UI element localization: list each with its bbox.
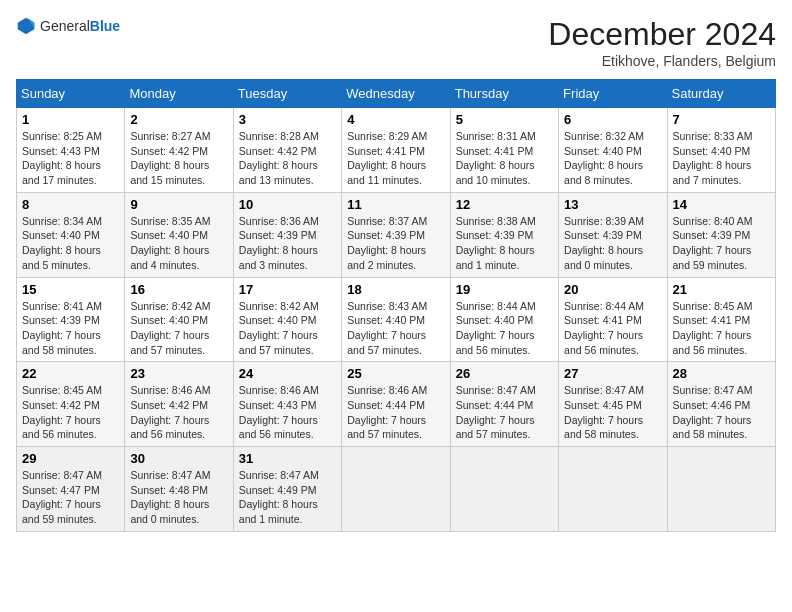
day-detail: Sunrise: 8:45 AMSunset: 4:42 PMDaylight:…	[22, 383, 119, 442]
table-row: 1Sunrise: 8:25 AMSunset: 4:43 PMDaylight…	[17, 108, 125, 193]
day-number: 24	[239, 366, 336, 381]
day-number: 1	[22, 112, 119, 127]
day-number: 20	[564, 282, 661, 297]
day-detail: Sunrise: 8:47 AMSunset: 4:49 PMDaylight:…	[239, 468, 336, 527]
day-detail: Sunrise: 8:42 AMSunset: 4:40 PMDaylight:…	[130, 299, 227, 358]
table-row: 27Sunrise: 8:47 AMSunset: 4:45 PMDayligh…	[559, 362, 667, 447]
table-row: 22Sunrise: 8:45 AMSunset: 4:42 PMDayligh…	[17, 362, 125, 447]
table-row: 21Sunrise: 8:45 AMSunset: 4:41 PMDayligh…	[667, 277, 775, 362]
calendar-table: Sunday Monday Tuesday Wednesday Thursday…	[16, 79, 776, 532]
day-number: 8	[22, 197, 119, 212]
day-number: 11	[347, 197, 444, 212]
table-row: 19Sunrise: 8:44 AMSunset: 4:40 PMDayligh…	[450, 277, 558, 362]
day-detail: Sunrise: 8:47 AMSunset: 4:47 PMDaylight:…	[22, 468, 119, 527]
day-number: 29	[22, 451, 119, 466]
day-number: 9	[130, 197, 227, 212]
col-thursday: Thursday	[450, 80, 558, 108]
day-detail: Sunrise: 8:40 AMSunset: 4:39 PMDaylight:…	[673, 214, 770, 273]
day-detail: Sunrise: 8:47 AMSunset: 4:46 PMDaylight:…	[673, 383, 770, 442]
day-number: 31	[239, 451, 336, 466]
table-row: 4Sunrise: 8:29 AMSunset: 4:41 PMDaylight…	[342, 108, 450, 193]
col-friday: Friday	[559, 80, 667, 108]
day-number: 3	[239, 112, 336, 127]
day-detail: Sunrise: 8:44 AMSunset: 4:41 PMDaylight:…	[564, 299, 661, 358]
svg-marker-0	[18, 18, 35, 35]
day-detail: Sunrise: 8:47 AMSunset: 4:45 PMDaylight:…	[564, 383, 661, 442]
day-number: 23	[130, 366, 227, 381]
day-detail: Sunrise: 8:41 AMSunset: 4:39 PMDaylight:…	[22, 299, 119, 358]
header: GeneralBlue December 2024 Etikhove, Flan…	[16, 16, 776, 69]
logo-general: GeneralBlue	[40, 17, 120, 35]
table-row: 18Sunrise: 8:43 AMSunset: 4:40 PMDayligh…	[342, 277, 450, 362]
day-number: 27	[564, 366, 661, 381]
day-number: 12	[456, 197, 553, 212]
day-detail: Sunrise: 8:46 AMSunset: 4:43 PMDaylight:…	[239, 383, 336, 442]
table-row: 29Sunrise: 8:47 AMSunset: 4:47 PMDayligh…	[17, 447, 125, 532]
calendar-row: 29Sunrise: 8:47 AMSunset: 4:47 PMDayligh…	[17, 447, 776, 532]
day-detail: Sunrise: 8:44 AMSunset: 4:40 PMDaylight:…	[456, 299, 553, 358]
day-detail: Sunrise: 8:37 AMSunset: 4:39 PMDaylight:…	[347, 214, 444, 273]
col-sunday: Sunday	[17, 80, 125, 108]
day-number: 15	[22, 282, 119, 297]
table-row: 9Sunrise: 8:35 AMSunset: 4:40 PMDaylight…	[125, 192, 233, 277]
table-row: 5Sunrise: 8:31 AMSunset: 4:41 PMDaylight…	[450, 108, 558, 193]
table-row: 7Sunrise: 8:33 AMSunset: 4:40 PMDaylight…	[667, 108, 775, 193]
table-row: 8Sunrise: 8:34 AMSunset: 4:40 PMDaylight…	[17, 192, 125, 277]
day-number: 30	[130, 451, 227, 466]
calendar-header-row: Sunday Monday Tuesday Wednesday Thursday…	[17, 80, 776, 108]
table-row: 16Sunrise: 8:42 AMSunset: 4:40 PMDayligh…	[125, 277, 233, 362]
day-detail: Sunrise: 8:36 AMSunset: 4:39 PMDaylight:…	[239, 214, 336, 273]
day-number: 18	[347, 282, 444, 297]
day-detail: Sunrise: 8:47 AMSunset: 4:44 PMDaylight:…	[456, 383, 553, 442]
col-tuesday: Tuesday	[233, 80, 341, 108]
calendar-row: 22Sunrise: 8:45 AMSunset: 4:42 PMDayligh…	[17, 362, 776, 447]
day-number: 5	[456, 112, 553, 127]
table-row: 10Sunrise: 8:36 AMSunset: 4:39 PMDayligh…	[233, 192, 341, 277]
day-number: 16	[130, 282, 227, 297]
day-detail: Sunrise: 8:39 AMSunset: 4:39 PMDaylight:…	[564, 214, 661, 273]
month-title: December 2024	[548, 16, 776, 53]
day-number: 26	[456, 366, 553, 381]
day-detail: Sunrise: 8:45 AMSunset: 4:41 PMDaylight:…	[673, 299, 770, 358]
table-row: 20Sunrise: 8:44 AMSunset: 4:41 PMDayligh…	[559, 277, 667, 362]
day-number: 2	[130, 112, 227, 127]
day-number: 17	[239, 282, 336, 297]
day-detail: Sunrise: 8:47 AMSunset: 4:48 PMDaylight:…	[130, 468, 227, 527]
day-number: 10	[239, 197, 336, 212]
day-number: 13	[564, 197, 661, 212]
day-number: 6	[564, 112, 661, 127]
logo-icon	[16, 16, 36, 36]
table-row: 6Sunrise: 8:32 AMSunset: 4:40 PMDaylight…	[559, 108, 667, 193]
table-row: 24Sunrise: 8:46 AMSunset: 4:43 PMDayligh…	[233, 362, 341, 447]
col-monday: Monday	[125, 80, 233, 108]
table-row: 17Sunrise: 8:42 AMSunset: 4:40 PMDayligh…	[233, 277, 341, 362]
day-detail: Sunrise: 8:42 AMSunset: 4:40 PMDaylight:…	[239, 299, 336, 358]
day-detail: Sunrise: 8:34 AMSunset: 4:40 PMDaylight:…	[22, 214, 119, 273]
day-number: 25	[347, 366, 444, 381]
table-row: 14Sunrise: 8:40 AMSunset: 4:39 PMDayligh…	[667, 192, 775, 277]
table-row: 15Sunrise: 8:41 AMSunset: 4:39 PMDayligh…	[17, 277, 125, 362]
location-subtitle: Etikhove, Flanders, Belgium	[548, 53, 776, 69]
table-row: 23Sunrise: 8:46 AMSunset: 4:42 PMDayligh…	[125, 362, 233, 447]
title-area: December 2024 Etikhove, Flanders, Belgiu…	[548, 16, 776, 69]
table-row: 26Sunrise: 8:47 AMSunset: 4:44 PMDayligh…	[450, 362, 558, 447]
day-detail: Sunrise: 8:33 AMSunset: 4:40 PMDaylight:…	[673, 129, 770, 188]
day-detail: Sunrise: 8:31 AMSunset: 4:41 PMDaylight:…	[456, 129, 553, 188]
day-detail: Sunrise: 8:29 AMSunset: 4:41 PMDaylight:…	[347, 129, 444, 188]
table-row: 2Sunrise: 8:27 AMSunset: 4:42 PMDaylight…	[125, 108, 233, 193]
day-number: 4	[347, 112, 444, 127]
day-number: 19	[456, 282, 553, 297]
day-number: 22	[22, 366, 119, 381]
day-number: 21	[673, 282, 770, 297]
table-row	[559, 447, 667, 532]
day-detail: Sunrise: 8:28 AMSunset: 4:42 PMDaylight:…	[239, 129, 336, 188]
day-detail: Sunrise: 8:25 AMSunset: 4:43 PMDaylight:…	[22, 129, 119, 188]
day-number: 7	[673, 112, 770, 127]
table-row: 13Sunrise: 8:39 AMSunset: 4:39 PMDayligh…	[559, 192, 667, 277]
table-row: 28Sunrise: 8:47 AMSunset: 4:46 PMDayligh…	[667, 362, 775, 447]
col-saturday: Saturday	[667, 80, 775, 108]
table-row: 12Sunrise: 8:38 AMSunset: 4:39 PMDayligh…	[450, 192, 558, 277]
table-row: 11Sunrise: 8:37 AMSunset: 4:39 PMDayligh…	[342, 192, 450, 277]
col-wednesday: Wednesday	[342, 80, 450, 108]
calendar-row: 8Sunrise: 8:34 AMSunset: 4:40 PMDaylight…	[17, 192, 776, 277]
